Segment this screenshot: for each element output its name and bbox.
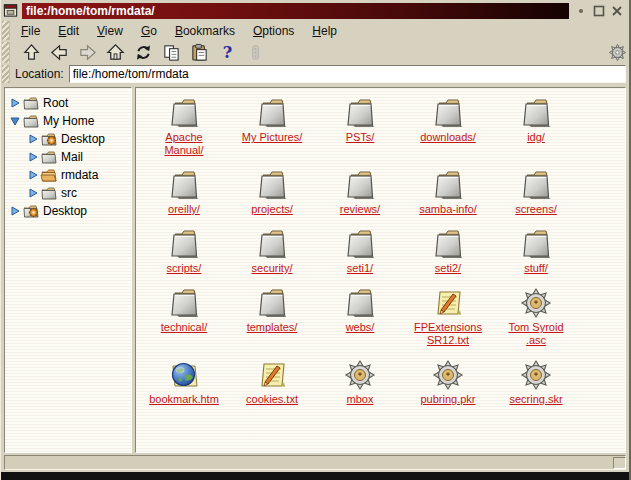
file-label[interactable]: Tom Syroid.asc (508, 321, 563, 347)
file-item-seti2[interactable]: seti2/ (405, 227, 491, 275)
file-label[interactable]: cookies.txt (246, 393, 298, 406)
file-item-stuff[interactable]: stuff/ (493, 227, 579, 275)
file-label[interactable]: PSTs/ (346, 131, 375, 144)
file-label[interactable]: reviews/ (340, 203, 380, 216)
file-label[interactable]: pubring.pkr (420, 393, 475, 406)
file-item-oreilly[interactable]: oreilly/ (141, 168, 227, 216)
file-item-secring-skr[interactable]: secring.skr (493, 358, 579, 406)
toolbar-grip[interactable] (2, 42, 10, 63)
menu-help[interactable]: Help (303, 22, 346, 40)
file-item-downloads[interactable]: downloads/ (405, 96, 491, 144)
tree-item-desktop[interactable]: Desktop (9, 130, 129, 148)
file-item-pubring-pkr[interactable]: pubring.pkr (405, 358, 491, 406)
expand-arrow-icon[interactable] (27, 169, 39, 181)
expand-arrow-icon[interactable] (27, 187, 39, 199)
expand-arrow-icon[interactable] (27, 151, 39, 163)
menu-file[interactable]: File (12, 22, 49, 40)
close-button[interactable] (610, 4, 624, 18)
file-label[interactable]: idg/ (527, 131, 545, 144)
file-label[interactable]: seti2/ (435, 262, 461, 275)
file-label[interactable]: downloads/ (420, 131, 476, 144)
location-input[interactable] (69, 65, 626, 83)
expand-arrow-icon[interactable] (27, 133, 39, 145)
folder-closed-icon (40, 150, 58, 165)
file-label[interactable]: seti1/ (347, 262, 373, 275)
paste-icon (190, 43, 209, 62)
home-button[interactable] (102, 42, 128, 63)
file-label[interactable]: templates/ (247, 321, 298, 334)
file-label[interactable]: My Pictures/ (242, 131, 303, 144)
file-item-my-pictures[interactable]: My Pictures/ (229, 96, 315, 144)
locationbar-grip[interactable] (2, 65, 10, 83)
menu-bookmarks[interactable]: Bookmarks (166, 22, 244, 40)
menu-options[interactable]: Options (244, 22, 303, 40)
folder-closed-icon (40, 186, 58, 201)
up-button[interactable] (18, 42, 44, 63)
triangle-icon (10, 206, 20, 216)
file-item-projects[interactable]: projects/ (229, 168, 315, 216)
folder-open-icon (40, 168, 58, 183)
file-label[interactable]: samba-info/ (419, 203, 476, 216)
tree-item-root[interactable]: Root (9, 94, 129, 112)
file-item-mbox[interactable]: mbox (317, 358, 403, 406)
file-item-samba-info[interactable]: samba-info/ (405, 168, 491, 216)
paste-button[interactable] (186, 42, 212, 63)
back-button[interactable] (46, 42, 72, 63)
file-label[interactable]: stuff/ (524, 262, 548, 275)
tree-item-rmdata[interactable]: rmdata (9, 166, 129, 184)
folder-icon (519, 96, 553, 130)
file-label[interactable]: webs/ (346, 321, 375, 334)
file-label[interactable]: secring.skr (509, 393, 562, 406)
file-item-reviews[interactable]: reviews/ (317, 168, 403, 216)
folder-gear-icon (22, 204, 40, 219)
file-item-idg[interactable]: idg/ (493, 96, 579, 144)
file-item-templates[interactable]: templates/ (229, 286, 315, 334)
file-label[interactable]: security/ (252, 262, 293, 275)
reload-button[interactable] (130, 42, 156, 63)
menubar-grip[interactable] (2, 21, 10, 40)
copy-button[interactable] (158, 42, 184, 63)
tree-item-src[interactable]: src (9, 184, 129, 202)
expand-arrow-icon[interactable] (9, 97, 21, 109)
file-item-fpextensions-sr12-txt[interactable]: FPExtensionsSR12.txt (405, 286, 491, 347)
tree-item-mail[interactable]: Mail (9, 148, 129, 166)
help-button[interactable] (214, 42, 240, 63)
titlebar: file:/home/tom/rmdata/ (1, 0, 629, 20)
file-item-apache-manual[interactable]: ApacheManual/ (141, 96, 227, 157)
file-label[interactable]: bookmark.htm (149, 393, 219, 406)
menu-view[interactable]: View (88, 22, 132, 40)
menu-edit[interactable]: Edit (49, 22, 88, 40)
file-label[interactable]: scripts/ (167, 262, 202, 275)
file-item-technical[interactable]: technical/ (141, 286, 227, 334)
expand-arrow-icon[interactable] (9, 205, 21, 217)
file-item-scripts[interactable]: scripts/ (141, 227, 227, 275)
tree-item-my-home[interactable]: My Home (9, 112, 129, 130)
file-label[interactable]: FPExtensionsSR12.txt (414, 321, 482, 347)
menu-go[interactable]: Go (132, 22, 166, 40)
tree-item-desktop[interactable]: Desktop (9, 202, 129, 220)
file-label[interactable]: mbox (347, 393, 374, 406)
file-label[interactable]: oreilly/ (168, 203, 200, 216)
file-item-cookies-txt[interactable]: cookies.txt (229, 358, 315, 406)
resize-grip[interactable] (613, 457, 626, 469)
file-item-webs[interactable]: webs/ (317, 286, 403, 334)
file-label[interactable]: screens/ (515, 203, 557, 216)
file-item-screens[interactable]: screens/ (493, 168, 579, 216)
collapse-arrow-icon[interactable] (9, 115, 21, 127)
gear-icon (519, 358, 553, 392)
window-title[interactable]: file:/home/tom/rmdata/ (22, 3, 569, 19)
triangle-icon (28, 134, 38, 144)
file-label[interactable]: ApacheManual/ (164, 131, 203, 157)
tree-item-label: Mail (61, 150, 83, 164)
file-item-seti1[interactable]: seti1/ (317, 227, 403, 275)
file-label[interactable]: projects/ (251, 203, 293, 216)
file-item-tom-syroid-asc[interactable]: Tom Syroid.asc (493, 286, 579, 347)
file-item-psts[interactable]: PSTs/ (317, 96, 403, 144)
file-label[interactable]: technical/ (161, 321, 207, 334)
window-bottom-border (1, 472, 629, 480)
sticky-button[interactable] (574, 4, 588, 18)
file-item-security[interactable]: security/ (229, 227, 315, 275)
horizontal-scrollbar[interactable] (4, 455, 626, 470)
file-item-bookmark-htm[interactable]: bookmark.htm (141, 358, 227, 406)
maximize-button[interactable] (592, 4, 606, 18)
